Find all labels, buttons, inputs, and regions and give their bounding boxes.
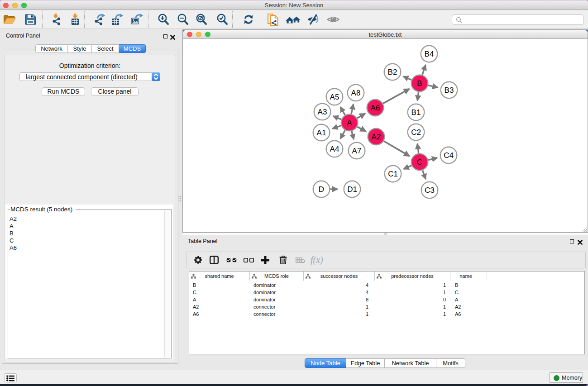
- svg-text:C2: C2: [411, 128, 421, 137]
- svg-text:A6: A6: [371, 104, 380, 112]
- svg-text:A4: A4: [330, 145, 339, 153]
- svg-text:A5: A5: [330, 93, 339, 101]
- svg-text:A8: A8: [351, 89, 361, 97]
- svg-text:B2: B2: [388, 68, 397, 76]
- svg-text:C1: C1: [388, 170, 398, 178]
- svg-text:A3: A3: [318, 108, 327, 116]
- svg-text:B4: B4: [425, 50, 434, 58]
- svg-text:A1: A1: [317, 129, 326, 137]
- svg-text:B3: B3: [445, 86, 454, 95]
- svg-text:B1: B1: [411, 108, 421, 117]
- svg-text:B: B: [417, 79, 422, 88]
- svg-text:A7: A7: [352, 147, 362, 155]
- svg-text:C3: C3: [425, 186, 435, 195]
- svg-text:D: D: [319, 185, 324, 194]
- svg-text:C4: C4: [444, 151, 454, 160]
- svg-text:C: C: [417, 158, 422, 167]
- svg-text:A: A: [347, 119, 352, 127]
- svg-text:A2: A2: [372, 133, 381, 141]
- svg-text:D1: D1: [347, 185, 357, 194]
